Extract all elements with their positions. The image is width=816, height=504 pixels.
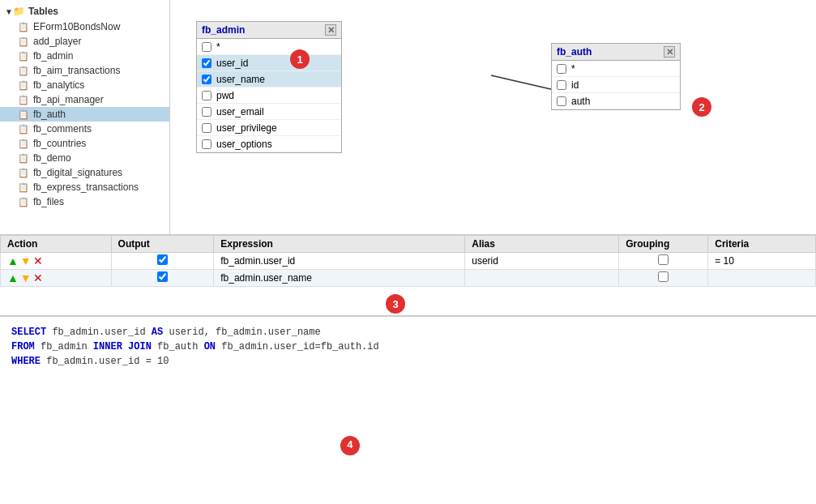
sql-where-condition: fb_admin.user_id = 10 [46,356,169,367]
sidebar-label-7: fb_comments [33,123,92,135]
row2-del-icon[interactable]: ✕ [33,271,43,284]
grid-row2-alias [465,270,619,287]
sql-select-alias: userid, fb_admin.user_name [169,327,320,338]
sidebar-item-9[interactable]: 📋fb_demo [0,151,169,165]
table-icon-11: 📋 [18,182,29,193]
fb-auth-close[interactable]: ✕ [664,46,675,58]
table-fb-admin: fb_admin ✕ * user_id user_name pwd [196,21,342,153]
sql-where-keyword: WHERE [11,356,41,367]
sidebar-label-4: fb_analytics [33,79,84,91]
grid-row1-output [111,253,214,270]
row1-grouping-check[interactable] [658,254,669,265]
fb-admin-pwd-check[interactable] [202,91,211,100]
table-icon-12: 📋 [18,197,29,207]
sql-section: SELECT fb_admin.user_id AS userid, fb_ad… [0,316,816,504]
row2-grouping-check[interactable] [658,271,669,282]
fb-admin-userid-check[interactable] [202,58,211,68]
grid-row2-output [111,270,214,287]
badge-4: 4 [340,436,360,455]
row1-down-icon[interactable]: ▼ [20,254,32,267]
sql-from-table: fb_admin [41,341,93,352]
fb-auth-id-check[interactable] [557,80,566,90]
sidebar-item-0[interactable]: 📋EForm10BondsNow [0,19,169,34]
fb-admin-row-userid: user_id [197,55,341,71]
fb-auth-auth-check[interactable] [557,96,566,106]
fb-admin-row-pwd: pwd [197,88,341,104]
sql-from-keyword: FROM [11,341,35,352]
fb-admin-star: * [216,41,220,53]
main-container: ▼ 📁 Tables 📋EForm10BondsNow📋add_player📋f… [0,0,816,504]
sql-select-content: fb_admin.user_id [52,327,151,338]
table-icon-7: 📋 [18,124,29,135]
sidebar-label-0: EForm10BondsNow [33,21,120,32]
fb-admin-options-label: user_options [216,139,272,150]
sidebar-item-5[interactable]: 📋fb_api_manager [0,92,169,107]
sql-on-condition: fb_admin.user_id=fb_auth.id [221,341,378,352]
sidebar-title: Tables [28,6,58,17]
col-alias: Alias [465,236,619,253]
table-icon-5: 📋 [18,95,29,105]
fb-auth-auth-label: auth [571,96,590,107]
table-icon-3: 📋 [18,66,29,76]
sidebar-item-4[interactable]: 📋fb_analytics [0,78,169,92]
badge-1: 1 [290,49,310,69]
sidebar-header: ▼ 📁 Tables [0,3,169,19]
fb-auth-row-star: * [552,61,680,77]
fb-admin-close[interactable]: ✕ [325,24,336,36]
sidebar-item-7[interactable]: 📋fb_comments [0,122,169,136]
col-expression: Expression [214,236,465,253]
sidebar-item-11[interactable]: 📋fb_express_transactions [0,180,169,194]
fb-admin-username-check[interactable] [202,75,211,84]
fb-admin-username-label: user_name [216,74,265,85]
row1-output-check[interactable] [157,254,168,265]
table-icon-2: 📋 [18,51,29,62]
fb-auth-title: fb_auth [557,46,592,58]
fb-auth-star-check[interactable] [557,64,566,74]
sidebar-item-3[interactable]: 📋fb_aim_transactions [0,63,169,78]
fb-admin-email-check[interactable] [202,107,211,117]
sidebar-item-1[interactable]: 📋add_player [0,34,169,49]
sidebar-item-12[interactable]: 📋fb_files [0,194,169,209]
fb-admin-privilege-check[interactable] [202,123,211,133]
sidebar-item-2[interactable]: 📋fb_admin [0,49,169,63]
sql-line2: FROM fb_admin INNER JOIN fb_auth ON fb_a… [11,340,805,354]
fb-admin-title: fb_admin [202,24,245,36]
sidebar-item-8[interactable]: 📋fb_countries [0,136,169,151]
grid-table: Action Output Expression Alias Grouping … [0,235,816,287]
grid-row2-expression: fb_admin.user_name [214,270,465,287]
sidebar-label-9: fb_demo [33,152,71,164]
table-icon-9: 📋 [18,153,29,164]
table-icon-1: 📋 [18,36,29,47]
fb-admin-star-check[interactable] [202,42,211,52]
sql-inner-join-keyword: INNER JOIN [93,341,152,352]
sidebar-label-8: fb_countries [33,138,86,149]
row1-del-icon[interactable]: ✕ [33,254,43,267]
sidebar-item-10[interactable]: 📋fb_digital_signatures [0,165,169,180]
row2-up-icon[interactable]: ▲ [7,271,19,284]
sidebar-label-10: fb_digital_signatures [33,167,122,178]
sidebar-label-2: fb_admin [33,50,73,62]
grid-row1-grouping [619,253,708,270]
col-grouping: Grouping [619,236,708,253]
sidebar-item-6[interactable]: 📋fb_auth [0,107,169,122]
folder-icon: 📁 [13,6,25,17]
sidebar-label-11: fb_express_transactions [33,182,139,193]
fb-admin-options-check[interactable] [202,139,211,149]
grid-row1-alias: userid [465,253,619,270]
grid-row1-expression: fb_admin.user_id [214,253,465,270]
row2-down-icon[interactable]: ▼ [20,271,32,284]
fb-admin-privilege-label: user_privilege [216,122,277,134]
row2-output-check[interactable] [157,271,168,282]
fb-admin-email-label: user_email [216,106,264,117]
row1-up-icon[interactable]: ▲ [7,254,19,267]
grid-row-1: ▲ ▼ ✕ fb_admin.user_id userid [1,253,816,270]
grid-section: Action Output Expression Alias Grouping … [0,235,816,316]
fb-auth-row-id: id [552,77,680,93]
collapse-icon[interactable]: ▼ [5,7,13,16]
fb-auth-id-label: id [571,79,579,91]
sidebar-label-6: fb_auth [33,109,66,120]
fb-admin-userid-label: user_id [216,58,248,69]
sidebar-label-1: add_player [33,36,81,47]
top-section: ▼ 📁 Tables 📋EForm10BondsNow📋add_player📋f… [0,0,816,235]
sql-line1: SELECT fb_admin.user_id AS userid, fb_ad… [11,325,805,340]
